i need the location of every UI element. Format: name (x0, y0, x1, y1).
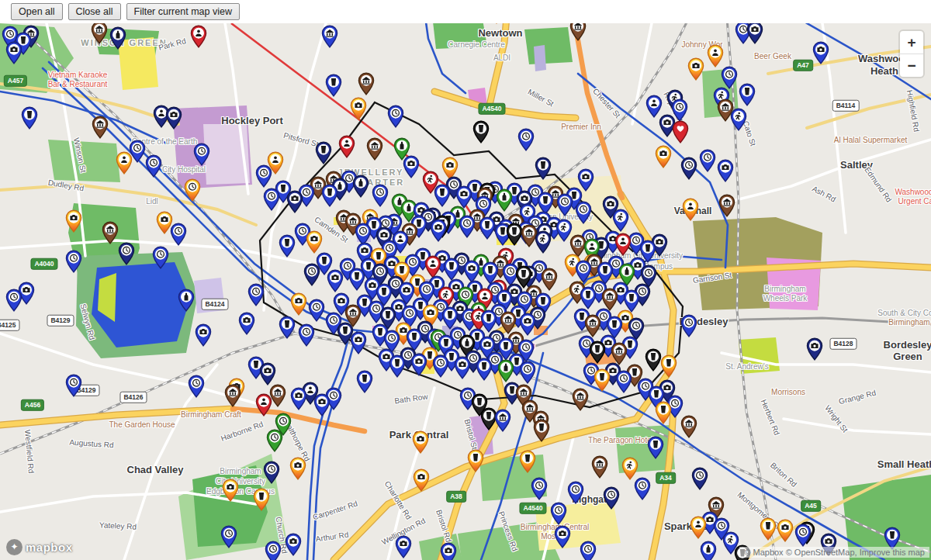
map-marker[interactable] (432, 354, 449, 378)
map-marker[interactable] (290, 292, 307, 316)
map-marker[interactable] (263, 188, 280, 211)
map-marker[interactable] (589, 340, 606, 364)
map-marker[interactable] (338, 135, 355, 158)
map-marker[interactable] (672, 120, 689, 143)
map-marker[interactable] (109, 26, 126, 50)
map-marker[interactable] (118, 242, 135, 265)
map-marker[interactable] (315, 141, 332, 164)
map-marker[interactable] (224, 384, 241, 407)
map-marker[interactable] (443, 258, 460, 281)
map-marker[interactable] (812, 41, 829, 64)
map-marker[interactable] (535, 230, 552, 254)
map-marker[interactable] (614, 233, 632, 256)
map-marker[interactable] (65, 374, 82, 397)
map-marker[interactable] (612, 209, 629, 232)
map-marker[interactable] (116, 151, 133, 175)
map-marker[interactable] (366, 137, 383, 161)
map-marker[interactable] (220, 525, 237, 548)
map-marker[interactable] (777, 519, 794, 542)
map-marker[interactable] (308, 299, 325, 322)
map-marker[interactable] (92, 116, 109, 139)
map-marker[interactable] (739, 83, 756, 106)
map-marker[interactable] (567, 481, 584, 504)
map-marker[interactable] (395, 535, 412, 558)
map-marker[interactable] (265, 541, 282, 560)
map-marker[interactable] (467, 449, 484, 472)
map-marker[interactable] (358, 72, 375, 95)
map-marker[interactable] (440, 542, 457, 560)
map-marker[interactable] (165, 106, 182, 130)
map-marker[interactable] (321, 184, 338, 207)
map-marker[interactable] (575, 260, 592, 283)
map-marker[interactable] (303, 263, 320, 286)
map-marker[interactable] (313, 393, 331, 417)
map-marker[interactable] (497, 359, 514, 382)
map-marker[interactable] (285, 533, 302, 556)
improve-map-link[interactable]: Improve this map (860, 548, 925, 557)
map-marker[interactable] (535, 157, 552, 180)
map-marker[interactable] (21, 106, 38, 130)
open-all-button[interactable]: Open all (11, 3, 63, 20)
map-marker[interactable] (352, 175, 369, 198)
map-marker[interactable] (655, 145, 672, 168)
map-marker[interactable] (533, 419, 550, 442)
map-marker[interactable] (556, 193, 573, 216)
map-marker[interactable] (255, 164, 272, 188)
map-marker[interactable] (488, 23, 505, 24)
map-marker[interactable] (459, 215, 476, 238)
map-marker[interactable] (170, 223, 187, 246)
map-marker[interactable] (298, 323, 315, 347)
map-marker[interactable] (519, 450, 536, 473)
map-marker[interactable] (479, 216, 496, 240)
map-marker[interactable] (178, 289, 195, 312)
map-marker[interactable] (699, 149, 716, 172)
map-marker[interactable] (680, 415, 697, 438)
map-marker[interactable] (321, 25, 338, 48)
map-marker[interactable] (430, 219, 447, 242)
map-marker[interactable] (65, 250, 82, 273)
map-marker[interactable] (541, 268, 558, 291)
map-marker[interactable] (5, 289, 22, 312)
map-marker[interactable] (645, 348, 662, 372)
map-marker[interactable] (496, 188, 513, 212)
map-marker[interactable] (647, 436, 664, 459)
map-marker[interactable] (730, 108, 747, 131)
map-marker[interactable] (569, 23, 587, 41)
map-marker[interactable] (680, 314, 697, 337)
map-marker[interactable] (412, 430, 429, 454)
map-marker[interactable] (691, 467, 708, 490)
map-marker[interactable] (350, 97, 367, 120)
map-marker[interactable] (387, 105, 404, 128)
map-marker[interactable] (222, 479, 239, 502)
map-marker[interactable] (531, 477, 548, 500)
map-marker[interactable] (519, 361, 536, 384)
map-marker[interactable] (603, 486, 620, 510)
map-marker[interactable] (253, 488, 270, 511)
map-marker[interactable] (687, 57, 704, 81)
map-marker[interactable] (255, 393, 272, 417)
map-marker[interactable] (348, 268, 365, 291)
map-marker[interactable] (721, 66, 738, 89)
zoom-out-button[interactable]: − (900, 54, 923, 77)
map-marker[interactable] (195, 323, 212, 347)
map-marker[interactable] (306, 230, 323, 254)
map-marker[interactable] (550, 502, 567, 525)
map-marker[interactable] (655, 401, 672, 424)
map-marker[interactable] (247, 283, 265, 306)
map-marker[interactable] (184, 178, 201, 202)
map-marker[interactable] (580, 541, 597, 560)
map-marker[interactable] (591, 455, 608, 479)
map-marker[interactable] (190, 25, 207, 48)
map-marker[interactable] (580, 286, 597, 309)
map-marker[interactable] (806, 337, 823, 361)
close-all-button[interactable]: Close all (68, 3, 121, 20)
map-marker[interactable] (413, 468, 430, 492)
map-marker[interactable] (5, 41, 22, 64)
map-marker[interactable] (350, 331, 367, 354)
map-marker[interactable] (572, 388, 589, 411)
map-marker[interactable] (472, 120, 490, 143)
map-marker[interactable] (707, 44, 724, 67)
map-marker[interactable] (290, 387, 307, 410)
map-marker[interactable] (263, 461, 280, 484)
map-marker[interactable] (700, 541, 717, 560)
